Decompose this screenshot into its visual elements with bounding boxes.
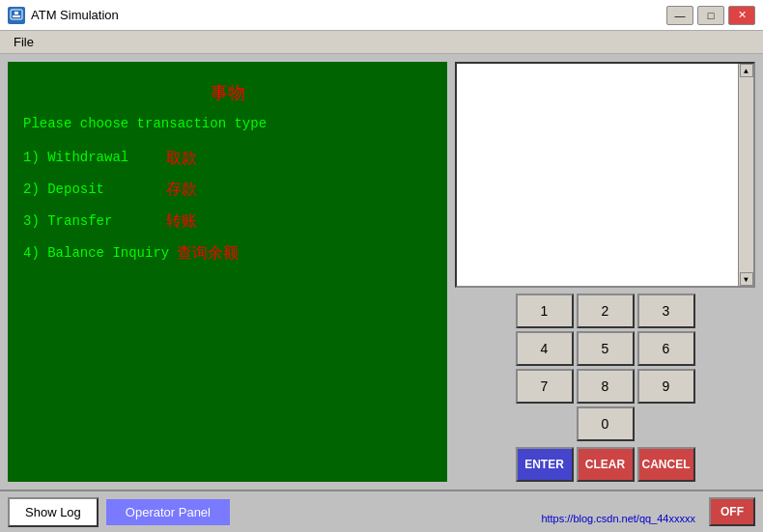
option-3-cn: 转账 xyxy=(166,208,197,236)
menu-bar: File xyxy=(0,31,763,54)
window-title: ATM Simulation xyxy=(31,8,661,22)
clear-button[interactable]: CLEAR xyxy=(577,447,635,482)
list-item: 3) Transfer 转账 xyxy=(23,208,432,236)
key-1-button[interactable]: 1 xyxy=(516,294,574,328)
right-panel: ▲ ▼ 1 2 3 4 5 6 7 8 9 0 ENTER CLEAR CANC… xyxy=(455,62,755,482)
window-controls: — □ ✕ xyxy=(666,6,755,25)
key-2-button[interactable]: 2 xyxy=(577,294,635,328)
key-0-button[interactable]: 0 xyxy=(577,406,635,441)
main-content: 事物 Please choose transaction type 1) Wit… xyxy=(0,54,763,490)
list-item: 4) Balance Inquiry 查询余额 xyxy=(23,239,432,267)
minimize-button[interactable]: — xyxy=(666,6,693,25)
option-1-text: 1) Withdrawal xyxy=(23,146,158,170)
scroll-thumb xyxy=(740,77,753,272)
option-1-cn: 取款 xyxy=(166,145,197,173)
atm-title-cn: 事物 xyxy=(23,77,432,108)
list-item: 1) Withdrawal 取款 xyxy=(23,145,432,173)
keypad: 1 2 3 4 5 6 7 8 9 0 xyxy=(455,294,755,441)
option-3-text: 3) Transfer xyxy=(23,210,158,234)
title-bar: ATM Simulation — □ ✕ xyxy=(0,0,763,31)
bottom-bar: Show Log Operator Panel https://blog.csd… xyxy=(0,490,763,532)
cancel-button[interactable]: CANCEL xyxy=(637,447,695,482)
key-6-button[interactable]: 6 xyxy=(637,331,695,366)
scroll-up-arrow[interactable]: ▲ xyxy=(740,64,753,77)
scroll-down-arrow[interactable]: ▼ xyxy=(740,272,753,286)
output-box: ▲ ▼ xyxy=(455,62,755,288)
website-link: https://blog.csdn.net/qq_44xxxxx xyxy=(541,513,695,524)
list-item: 2) Deposit 存款 xyxy=(23,176,432,204)
operator-panel-label: Operator Panel xyxy=(106,499,230,525)
off-button[interactable]: OFF xyxy=(709,497,755,526)
scrollbar[interactable]: ▲ ▼ xyxy=(738,64,753,286)
key-7-button[interactable]: 7 xyxy=(516,369,574,404)
key-3-button[interactable]: 3 xyxy=(637,294,695,328)
action-buttons: ENTER CLEAR CANCEL xyxy=(455,447,755,482)
show-log-button[interactable]: Show Log xyxy=(8,497,99,527)
option-2-cn: 存款 xyxy=(166,176,197,204)
maximize-button[interactable]: □ xyxy=(697,6,724,25)
option-4-cn: 查询余额 xyxy=(177,239,239,267)
app-icon xyxy=(8,7,25,24)
atm-display: 事物 Please choose transaction type 1) Wit… xyxy=(8,62,447,482)
option-2-text: 2) Deposit xyxy=(23,178,158,202)
file-menu[interactable]: File xyxy=(6,33,42,51)
svg-rect-1 xyxy=(13,15,20,17)
svg-rect-2 xyxy=(14,12,18,14)
key-9-button[interactable]: 9 xyxy=(637,369,695,404)
close-button[interactable]: ✕ xyxy=(728,6,755,25)
key-5-button[interactable]: 5 xyxy=(577,331,635,366)
option-4-text: 4) Balance Inquiry xyxy=(23,241,169,266)
atm-prompt: Please choose transaction type xyxy=(23,112,432,136)
enter-button[interactable]: ENTER xyxy=(516,447,574,482)
key-8-button[interactable]: 8 xyxy=(577,369,635,404)
key-4-button[interactable]: 4 xyxy=(516,331,574,366)
